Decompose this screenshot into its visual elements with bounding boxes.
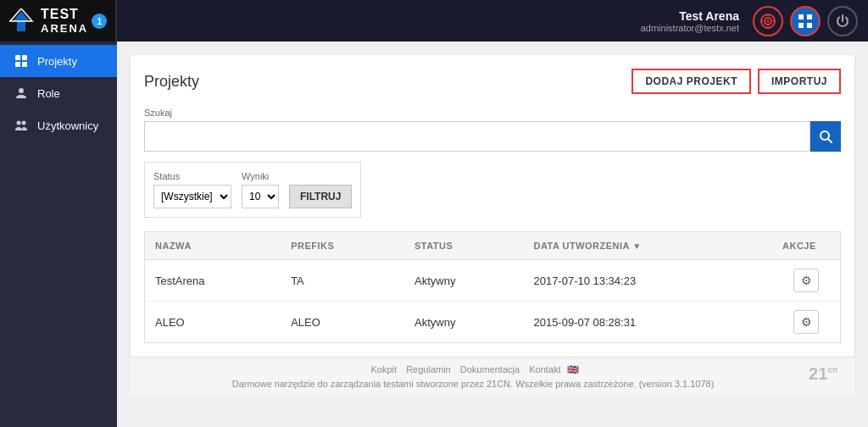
footer-link-kokpit[interactable]: Kokpit	[371, 364, 398, 374]
col-data[interactable]: DATA UTWORZENIA	[523, 232, 772, 260]
footer-logo: 21cn	[809, 364, 848, 384]
logo-text: TEST ARENA	[41, 6, 88, 36]
col-prefiks: PREFIKS	[281, 232, 404, 260]
header-user: Test Arena administrator@testx.net	[641, 9, 739, 33]
svg-point-4	[767, 19, 770, 22]
status-filter-select[interactable]: [Wszystkie] Aktywny Nieaktywny	[153, 185, 231, 208]
power-icon-button[interactable]	[827, 6, 858, 36]
grid-icon	[798, 14, 813, 29]
add-project-button[interactable]: DODAJ PROJEKT	[632, 69, 751, 94]
search-button[interactable]	[810, 121, 841, 152]
sidebar-label-uzytkownicy: Użytkownicy	[37, 119, 98, 132]
role-icon	[14, 86, 29, 101]
cell-akcje: ⚙	[772, 260, 840, 302]
status-filter-group: Status [Wszystkie] Aktywny Nieaktywny	[153, 171, 231, 208]
cell-data: 2015-09-07 08:28:31	[523, 302, 772, 343]
content-actions: DODAJ PROJEKT IMPORTUJ	[632, 69, 841, 94]
search-input[interactable]	[144, 121, 810, 152]
cell-prefiks: TA	[281, 260, 404, 302]
cell-nazwa: ALEO	[145, 302, 281, 343]
import-button[interactable]: IMPORTUJ	[758, 69, 841, 94]
col-akcje: AKCJE	[772, 232, 840, 260]
cell-nazwa: TestArena	[145, 260, 281, 302]
search-row	[144, 121, 841, 152]
table-row: ALEO ALEO Aktywny 2015-09-07 08:28:31 ⚙	[145, 302, 840, 343]
header-badge: 1	[92, 14, 107, 29]
projects-icon	[14, 53, 29, 69]
logo-icon	[8, 8, 34, 34]
page-title: Projekty	[144, 73, 199, 91]
svg-point-18	[17, 121, 21, 125]
cell-status: Aktywny	[404, 302, 523, 343]
search-section: Szukaj	[144, 108, 841, 152]
projects-table: NAZWA PREFIKS STATUS DATA UTWORZENIA AKC…	[145, 232, 840, 342]
footer-link-regulamin[interactable]: Regulamin	[406, 364, 451, 374]
status-filter-label: Status	[153, 171, 231, 181]
footer-link-dokumentacja[interactable]: Dokumentacja	[460, 364, 520, 374]
footer-link-kontakt[interactable]: Kontakt	[529, 364, 560, 374]
content-area: Projekty DODAJ PROJEKT IMPORTUJ Szukaj	[117, 42, 868, 427]
svg-rect-13	[15, 55, 20, 60]
content-card: Projekty DODAJ PROJEKT IMPORTUJ Szukaj	[131, 55, 854, 357]
svg-rect-16	[22, 62, 27, 67]
footer: 21cn Kokpit Regulamin Dokumentacja Konta…	[131, 357, 854, 396]
gear-button[interactable]: ⚙	[793, 269, 819, 292]
col-status: STATUS	[404, 232, 523, 260]
search-icon	[819, 130, 832, 143]
filter-button[interactable]: FILTRUJ	[289, 185, 352, 208]
results-filter-group: Wyniki 5 10 25 50	[242, 171, 279, 208]
cell-status: Aktywny	[404, 260, 523, 302]
target-icon-button[interactable]	[753, 6, 783, 36]
sidebar-item-projekty[interactable]: Projekty	[0, 45, 117, 77]
footer-flag: 🇬🇧	[567, 364, 579, 374]
sidebar-label-projekty: Projekty	[37, 55, 77, 68]
svg-rect-10	[807, 14, 812, 19]
table-section: NAZWA PREFIKS STATUS DATA UTWORZENIA AKC…	[144, 231, 841, 343]
power-icon	[835, 14, 850, 29]
header: TEST ARENA 1 Test Arena administrator@te…	[0, 0, 868, 42]
results-filter-label: Wyniki	[242, 171, 279, 181]
results-filter-select[interactable]: 5 10 25 50	[242, 185, 279, 208]
table-row: TestArena TA Aktywny 2017-07-10 13:34:23…	[145, 260, 840, 302]
header-username: Test Arena	[641, 9, 739, 23]
header-email: administrator@testx.net	[641, 23, 739, 33]
svg-line-21	[828, 139, 832, 142]
grid-icon-button[interactable]	[790, 6, 821, 36]
target-icon	[760, 13, 776, 30]
svg-rect-14	[22, 55, 27, 60]
sidebar-item-role[interactable]: Role	[0, 77, 117, 109]
content-header: Projekty DODAJ PROJEKT IMPORTUJ	[144, 69, 841, 94]
search-label: Szukaj	[144, 108, 841, 118]
sidebar-item-uzytkownicy[interactable]: Użytkownicy	[0, 109, 117, 141]
footer-copyright: Darmowe narzędzie do zarządzania testami…	[137, 379, 848, 389]
logo-area: TEST ARENA 1	[0, 0, 117, 42]
cell-akcje: ⚙	[772, 302, 840, 343]
svg-rect-11	[798, 23, 804, 28]
cell-data: 2017-07-10 13:34:23	[523, 260, 772, 302]
cell-prefiks: ALEO	[281, 302, 404, 343]
filter-section: Status [Wszystkie] Aktywny Nieaktywny Wy…	[144, 162, 361, 218]
sidebar-label-role: Role	[37, 87, 60, 100]
main-layout: Projekty Role Użytkownicy	[0, 42, 868, 427]
svg-point-19	[22, 121, 26, 125]
users-icon	[14, 118, 29, 133]
svg-point-17	[19, 88, 24, 93]
svg-rect-12	[807, 23, 812, 28]
gear-button[interactable]: ⚙	[793, 310, 819, 334]
svg-rect-15	[15, 62, 20, 67]
sidebar: Projekty Role Użytkownicy	[0, 42, 117, 427]
header-right: Test Arena administrator@testx.net	[641, 6, 868, 36]
svg-rect-9	[798, 14, 804, 19]
footer-links: Kokpit Regulamin Dokumentacja Kontakt 🇬🇧	[137, 364, 848, 375]
col-nazwa: NAZWA	[145, 232, 281, 260]
